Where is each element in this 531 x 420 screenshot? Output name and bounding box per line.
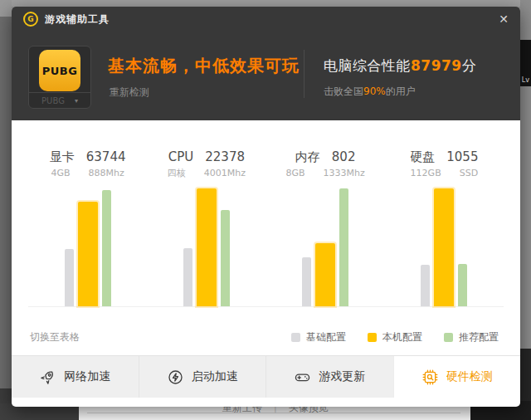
disk-group: 硬盘 1055 112GB SSD bbox=[385, 148, 504, 307]
memory-bars bbox=[266, 188, 385, 307]
game-select-dropdown[interactable]: PUBG ▾ bbox=[29, 92, 90, 108]
chip-scan-icon bbox=[421, 369, 439, 386]
game-select-label: PUBG bbox=[41, 96, 65, 105]
cpu-group: CPU 22378 四核 4001Mhz bbox=[147, 148, 266, 307]
beat-value: 90% bbox=[363, 85, 386, 97]
memory-spec-clock: 1333Mhz bbox=[324, 168, 365, 178]
gpu-score: 63744 bbox=[86, 149, 126, 164]
window-title: 游戏辅助工具 bbox=[45, 12, 110, 27]
pubg-game-logo: PUBG bbox=[39, 50, 80, 91]
legend-swatch-gray bbox=[291, 333, 300, 342]
retest-button[interactable]: 重新检测 bbox=[110, 85, 149, 100]
chart-legend: 基础配置 本机配置 推荐配置 bbox=[291, 330, 499, 344]
cpu-spec-cores: 四核 bbox=[168, 167, 186, 179]
beat-percent-line: 击败全国90%的用户 bbox=[324, 85, 416, 99]
legend-label: 基础配置 bbox=[306, 330, 346, 344]
bar-basic-config bbox=[183, 248, 192, 306]
legend-label: 本机配置 bbox=[382, 330, 422, 344]
lightning-icon bbox=[167, 369, 184, 386]
bar-local-config bbox=[434, 188, 454, 306]
memory-group: 内存 802 8GB 1333Mhz bbox=[266, 148, 385, 307]
performance-verdict: 基本流畅，中低效果可玩 bbox=[108, 55, 300, 77]
tab-label: 启动加速 bbox=[192, 369, 238, 384]
bar-recommended-config bbox=[221, 210, 230, 306]
hardware-bar-chart: 显卡 63744 4GB 888Mhz CPU 22378 四核 4001Mhz bbox=[28, 148, 504, 307]
tab-launch-boost[interactable]: 启动加速 bbox=[139, 356, 266, 398]
chart-footer: 切换至表格 基础配置 本机配置 推荐配置 bbox=[30, 330, 499, 344]
legend-basic-config: 基础配置 bbox=[291, 330, 346, 344]
memory-spec-size: 8GB bbox=[285, 168, 304, 178]
legend-swatch-yellow bbox=[368, 333, 377, 342]
overall-score: 电脑综合性能87979分 bbox=[324, 56, 476, 76]
legend-local-config: 本机配置 bbox=[368, 330, 422, 344]
background-left-strip-top bbox=[0, 0, 12, 17]
tab-label: 网络加速 bbox=[64, 369, 110, 384]
disk-label: 硬盘 bbox=[410, 149, 435, 165]
cpu-score: 22378 bbox=[205, 149, 245, 164]
score-label: 电脑综合性能 bbox=[324, 57, 411, 74]
bar-basic-config bbox=[421, 265, 430, 306]
tab-label: 硬件检测 bbox=[446, 369, 493, 384]
tab-hardware-check[interactable]: 硬件检测 bbox=[393, 356, 521, 398]
rocket-icon bbox=[39, 369, 56, 386]
gpu-spec-memory: 4GB bbox=[51, 168, 70, 178]
memory-score: 802 bbox=[332, 149, 356, 164]
bar-basic-config bbox=[65, 249, 74, 306]
game-selector-card[interactable]: PUBG PUBG ▾ bbox=[28, 46, 91, 109]
bar-recommended-config bbox=[339, 188, 348, 306]
disk-spec-type: SSD bbox=[460, 168, 478, 178]
gamepad-icon bbox=[294, 369, 311, 386]
background-left-strip bbox=[0, 0, 12, 420]
legend-swatch-green bbox=[444, 333, 453, 342]
gpu-bars bbox=[28, 188, 147, 307]
bottom-tab-bar: 网络加速 启动加速 游戏更新 硬件检测 bbox=[12, 355, 520, 398]
tab-network-boost[interactable]: 网络加速 bbox=[12, 356, 139, 398]
disk-score: 1055 bbox=[446, 149, 478, 164]
header-divider bbox=[304, 50, 304, 98]
disk-spec-size: 112GB bbox=[411, 168, 441, 178]
background-top-strip bbox=[0, 0, 531, 7]
memory-label: 内存 bbox=[295, 149, 320, 165]
gpu-spec-clock: 888Mhz bbox=[89, 168, 124, 178]
bar-local-config bbox=[315, 243, 335, 306]
title-bar: G 游戏辅助工具 ✕ bbox=[12, 7, 520, 32]
beat-suffix: 的用户 bbox=[386, 85, 416, 97]
legend-label: 推荐配置 bbox=[459, 330, 499, 344]
tab-label: 游戏更新 bbox=[319, 369, 365, 384]
bar-recommended-config bbox=[458, 264, 467, 306]
level-badge: Lv bbox=[522, 76, 529, 84]
close-icon[interactable]: ✕ bbox=[499, 13, 509, 25]
beat-prefix: 击败全国 bbox=[324, 85, 363, 97]
score-unit: 分 bbox=[462, 57, 477, 74]
score-value: 87979 bbox=[411, 57, 462, 74]
app-logo-icon: G bbox=[23, 12, 38, 27]
bar-local-config bbox=[78, 202, 98, 306]
cpu-spec-clock: 4001Mhz bbox=[204, 168, 246, 178]
cpu-bars bbox=[147, 188, 266, 307]
bar-recommended-config bbox=[102, 190, 111, 306]
cpu-label: CPU bbox=[168, 149, 194, 164]
gpu-label: 显卡 bbox=[50, 149, 75, 165]
chevron-down-icon: ▾ bbox=[75, 97, 78, 105]
bar-basic-config bbox=[302, 257, 311, 306]
gpu-group: 显卡 63744 4GB 888Mhz bbox=[28, 148, 147, 307]
tab-game-update[interactable]: 游戏更新 bbox=[266, 356, 393, 398]
switch-to-table-link[interactable]: 切换至表格 bbox=[30, 330, 80, 344]
bar-local-config bbox=[197, 188, 217, 306]
disk-bars bbox=[385, 188, 504, 307]
legend-recommended-config: 推荐配置 bbox=[444, 330, 499, 344]
hardware-check-dialog: G 游戏辅助工具 ✕ PUBG PUBG ▾ 基本流畅，中低效果可玩 重新检测 … bbox=[12, 7, 520, 407]
